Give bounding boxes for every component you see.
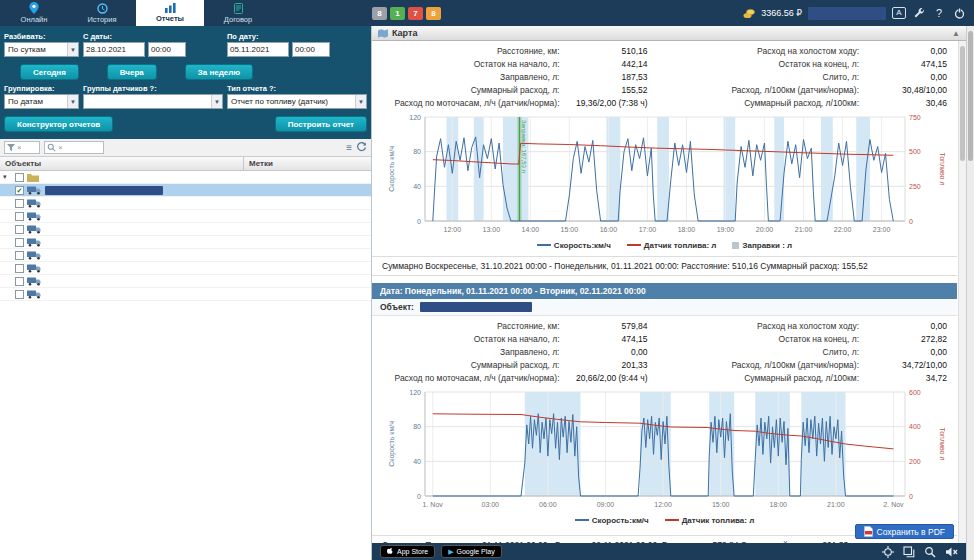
stat-value: 272,82 <box>859 334 947 344</box>
sensor-groups-select[interactable]: ▼ <box>83 94 223 109</box>
row-checkbox[interactable]: ✔ <box>15 186 24 195</box>
zoom-icon[interactable] <box>924 546 936 558</box>
language-icon[interactable]: A <box>892 7 906 19</box>
chart-1-legend: Скорость:км/чДатчик топлива: лЗаправки :… <box>537 239 792 251</box>
report-type-select[interactable]: Отчет по топливу (датчик)▼ <box>227 94 367 109</box>
row-checkbox[interactable] <box>15 251 24 260</box>
object-row[interactable] <box>0 223 371 236</box>
stat-label: Расход по моточасам, л/ч (датчик/норма): <box>382 98 560 108</box>
list-view-icon[interactable]: ≡ <box>346 142 352 153</box>
layers-icon[interactable] <box>903 546 915 558</box>
object-row[interactable] <box>0 275 371 288</box>
report-scrollbar-thumb[interactable] <box>960 46 965 161</box>
column-tags[interactable]: Метки <box>243 157 371 170</box>
yesterday-button[interactable]: Вчера <box>107 64 157 80</box>
object-row[interactable] <box>0 197 371 210</box>
to-time-input[interactable] <box>292 42 330 57</box>
stat-label: Расход по моточасам, л/ч (датчик/норма): <box>382 373 560 383</box>
tab-history[interactable]: История <box>68 0 136 26</box>
tab-online[interactable]: Онлайн <box>0 0 68 26</box>
grouping-select[interactable]: По датам▼ <box>4 94 79 109</box>
report-filters-form: Разбивать: По суткам▼ С даты: По дату: С… <box>0 26 371 139</box>
expander-icon[interactable]: ▾ <box>3 173 12 181</box>
report-scrollbar[interactable] <box>958 41 966 543</box>
clear-icon[interactable]: × <box>17 143 22 152</box>
truck-icon <box>27 289 42 299</box>
tab-reports[interactable]: Отчеты <box>136 0 204 26</box>
counter-orange[interactable]: 8 <box>426 7 441 20</box>
svg-text:15:00: 15:00 <box>560 226 578 233</box>
row-checkbox[interactable] <box>15 173 24 182</box>
stat-value: 187,53 <box>560 72 648 82</box>
row-checkbox[interactable] <box>15 264 24 273</box>
tag-filter-input[interactable]: × <box>4 141 40 154</box>
stat-row: Слито, л:0,00 <box>682 70 948 83</box>
legend-item: Скорость:км/ч <box>537 241 611 250</box>
mute-speaker-icon[interactable] <box>945 546 958 558</box>
window-scrollbar-thumb[interactable] <box>968 31 973 161</box>
svg-text:22:00: 22:00 <box>833 226 851 233</box>
fleet-monitoring-app: { "topbar": { "tabs": [ {"label": "Онлай… <box>0 0 974 560</box>
help-icon[interactable]: ? <box>932 7 946 19</box>
tab-contract[interactable]: Договор <box>204 0 272 26</box>
legend-item: Датчик топлива: л <box>665 516 755 525</box>
map-title: Карта <box>392 28 417 38</box>
save-pdf-button[interactable]: Сохранить в PDF <box>855 524 954 539</box>
row-checkbox[interactable] <box>15 238 24 247</box>
tab-label: История <box>87 15 116 24</box>
window-scrollbar[interactable] <box>966 26 974 560</box>
split-select[interactable]: По суткам▼ <box>4 42 79 57</box>
row-checkbox[interactable] <box>15 290 24 299</box>
svg-text:Скорость км/ч: Скорость км/ч <box>388 146 396 192</box>
svg-text:0: 0 <box>417 493 421 500</box>
from-time-input[interactable] <box>148 42 186 57</box>
row-checkbox[interactable] <box>15 225 24 234</box>
report-chart-icon <box>165 3 176 13</box>
from-date-input[interactable] <box>83 42 145 57</box>
report-constructor-button[interactable]: Конструктор отчетов <box>4 116 113 132</box>
object-row[interactable] <box>0 210 371 223</box>
counter-green[interactable]: 1 <box>390 7 405 20</box>
counter-red[interactable]: 7 <box>408 7 423 20</box>
play-icon: ▶ <box>448 548 453 556</box>
stat-label: Заправлено, л: <box>382 72 560 82</box>
object-row[interactable]: ▾ <box>0 171 371 184</box>
map-panel-header[interactable]: Карта ▲ <box>372 26 966 41</box>
object-row[interactable]: ✔ <box>0 184 371 197</box>
clear-icon[interactable]: × <box>58 143 63 152</box>
object-row[interactable] <box>0 262 371 275</box>
object-row[interactable] <box>0 236 371 249</box>
row-checkbox[interactable] <box>15 277 24 286</box>
main-area: Карта ▲ Расстояние, км:510,16Остаток на … <box>372 26 966 560</box>
collapse-icon[interactable]: ▲ <box>952 29 960 38</box>
today-button[interactable]: Сегодня <box>20 64 79 80</box>
stat-row: Расход на холостом ходу:0,00 <box>682 44 948 57</box>
column-objects[interactable]: Объекты <box>0 159 243 168</box>
stat-row: Суммарный расход, л:201,33 <box>382 358 648 371</box>
object-row[interactable] <box>0 249 371 262</box>
stat-row: Расход на холостом ходу:0,00 <box>682 319 948 332</box>
svg-text:23:00: 23:00 <box>872 226 890 233</box>
object-row[interactable] <box>0 288 371 301</box>
crosshair-icon[interactable] <box>882 546 894 558</box>
search-input[interactable]: × <box>44 141 104 154</box>
refresh-icon[interactable] <box>356 142 367 153</box>
settings-wrench-icon[interactable] <box>912 7 926 19</box>
object-list: ▾✔ <box>0 171 371 560</box>
counter-gray[interactable]: 8 <box>372 7 387 20</box>
google-play-badge[interactable]: ▶ Google Play <box>441 545 502 558</box>
power-logout-icon[interactable] <box>952 8 966 19</box>
row-checkbox[interactable] <box>15 199 24 208</box>
build-report-button[interactable]: Построить отчет <box>275 116 367 132</box>
week-button[interactable]: За неделю <box>185 64 253 80</box>
stat-label: Слито, л: <box>682 72 860 82</box>
stat-label: Заправлено, л: <box>382 347 560 357</box>
chart-2-wrap: 1. Nov03:0006:0009:0012:0015:0018:0021:0… <box>372 384 957 526</box>
to-date-input[interactable] <box>227 42 289 57</box>
app-store-badge[interactable]: App Store <box>380 545 435 558</box>
pin-icon <box>29 2 39 14</box>
row-checkbox[interactable] <box>15 212 24 221</box>
truck-icon <box>27 276 42 286</box>
svg-text:250: 250 <box>909 183 921 190</box>
section-2-date-header[interactable]: Дата: Понедельник, 01.11.2021 00:00 - Вт… <box>372 283 957 299</box>
